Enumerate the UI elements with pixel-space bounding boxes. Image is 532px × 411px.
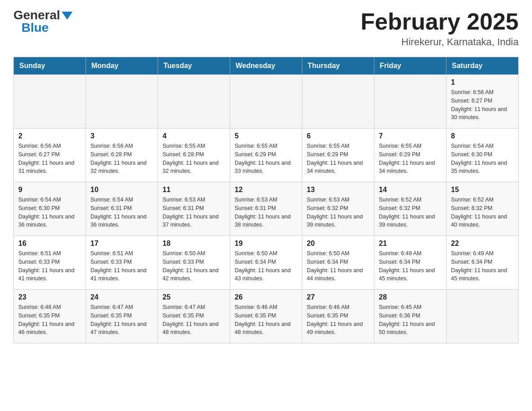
daylight-text: Daylight: 11 hours and 34 minutes. xyxy=(379,159,442,176)
calendar-day-cell: 8 Sunrise: 6:54 AM Sunset: 6:30 PM Dayli… xyxy=(446,128,519,182)
calendar-week-row: 1 Sunrise: 6:56 AM Sunset: 6:27 PM Dayli… xyxy=(14,75,519,128)
day-info: Sunrise: 6:55 AM Sunset: 6:29 PM Dayligh… xyxy=(379,142,442,176)
day-number: 23 xyxy=(18,293,81,301)
day-number: 28 xyxy=(379,293,442,301)
header-tuesday: Tuesday xyxy=(158,57,230,75)
sunrise-text: Sunrise: 6:56 AM xyxy=(451,88,514,97)
day-info: Sunrise: 6:56 AM Sunset: 6:28 PM Dayligh… xyxy=(90,142,153,176)
day-info: Sunrise: 6:49 AM Sunset: 6:34 PM Dayligh… xyxy=(451,249,514,283)
daylight-text: Daylight: 11 hours and 39 minutes. xyxy=(307,213,369,230)
sunrise-text: Sunrise: 6:50 AM xyxy=(307,249,369,258)
daylight-text: Daylight: 11 hours and 45 minutes. xyxy=(379,266,442,283)
sunrise-text: Sunrise: 6:51 AM xyxy=(90,249,153,258)
sunrise-text: Sunrise: 6:47 AM xyxy=(90,303,153,312)
sunset-text: Sunset: 6:30 PM xyxy=(451,150,514,159)
logo-general-text: General xyxy=(13,9,60,21)
calendar-day-cell: 18 Sunrise: 6:50 AM Sunset: 6:33 PM Dayl… xyxy=(158,236,230,290)
day-number: 1 xyxy=(451,78,514,86)
calendar-day-cell: 5 Sunrise: 6:55 AM Sunset: 6:29 PM Dayli… xyxy=(230,128,302,182)
calendar-day-cell: 26 Sunrise: 6:46 AM Sunset: 6:35 PM Dayl… xyxy=(230,290,302,343)
sunrise-text: Sunrise: 6:55 AM xyxy=(235,142,297,150)
sunrise-text: Sunrise: 6:45 AM xyxy=(379,303,442,312)
sunset-text: Sunset: 6:29 PM xyxy=(307,150,369,159)
day-number: 14 xyxy=(379,186,442,194)
day-number: 12 xyxy=(235,186,297,194)
sunset-text: Sunset: 6:35 PM xyxy=(235,312,297,320)
sunset-text: Sunset: 6:27 PM xyxy=(18,150,81,159)
sunrise-text: Sunrise: 6:52 AM xyxy=(379,196,442,204)
calendar-day-cell: 16 Sunrise: 6:51 AM Sunset: 6:33 PM Dayl… xyxy=(14,236,86,290)
day-number: 10 xyxy=(90,186,153,194)
sunrise-text: Sunrise: 6:46 AM xyxy=(235,303,297,312)
sunset-text: Sunset: 6:31 PM xyxy=(90,204,153,213)
header-friday: Friday xyxy=(374,57,446,75)
sunset-text: Sunset: 6:34 PM xyxy=(379,258,442,266)
day-info: Sunrise: 6:47 AM Sunset: 6:35 PM Dayligh… xyxy=(163,303,225,337)
calendar-day-cell: 9 Sunrise: 6:54 AM Sunset: 6:30 PM Dayli… xyxy=(14,182,86,236)
day-info: Sunrise: 6:51 AM Sunset: 6:33 PM Dayligh… xyxy=(18,249,81,283)
month-title: February 2025 xyxy=(360,9,519,34)
sunrise-text: Sunrise: 6:55 AM xyxy=(163,142,225,150)
sunset-text: Sunset: 6:35 PM xyxy=(90,312,153,320)
sunrise-text: Sunrise: 6:54 AM xyxy=(451,142,514,150)
sunset-text: Sunset: 6:33 PM xyxy=(163,258,225,266)
header-sunday: Sunday xyxy=(14,57,86,75)
day-info: Sunrise: 6:54 AM Sunset: 6:30 PM Dayligh… xyxy=(18,196,81,229)
day-info: Sunrise: 6:53 AM Sunset: 6:31 PM Dayligh… xyxy=(235,196,297,229)
sunrise-text: Sunrise: 6:48 AM xyxy=(18,303,81,312)
sunrise-text: Sunrise: 6:56 AM xyxy=(18,142,81,150)
day-info: Sunrise: 6:50 AM Sunset: 6:33 PM Dayligh… xyxy=(163,249,225,283)
daylight-text: Daylight: 11 hours and 45 minutes. xyxy=(451,266,514,283)
calendar-day-cell: 13 Sunrise: 6:53 AM Sunset: 6:32 PM Dayl… xyxy=(302,182,374,236)
daylight-text: Daylight: 11 hours and 43 minutes. xyxy=(235,266,297,283)
calendar-day-cell: 27 Sunrise: 6:46 AM Sunset: 6:35 PM Dayl… xyxy=(302,290,374,343)
daylight-text: Daylight: 11 hours and 32 minutes. xyxy=(163,159,225,176)
calendar-day-cell: 24 Sunrise: 6:47 AM Sunset: 6:35 PM Dayl… xyxy=(86,290,158,343)
day-info: Sunrise: 6:55 AM Sunset: 6:28 PM Dayligh… xyxy=(163,142,225,176)
header-thursday: Thursday xyxy=(302,57,374,75)
daylight-text: Daylight: 11 hours and 33 minutes. xyxy=(235,159,297,176)
day-number: 20 xyxy=(307,240,369,248)
calendar-day-cell: 3 Sunrise: 6:56 AM Sunset: 6:28 PM Dayli… xyxy=(86,128,158,182)
daylight-text: Daylight: 11 hours and 36 minutes. xyxy=(90,213,153,230)
sunrise-text: Sunrise: 6:55 AM xyxy=(379,142,442,150)
title-block: February 2025 Hirekerur, Karnataka, Indi… xyxy=(360,9,519,48)
day-number: 27 xyxy=(307,293,369,301)
calendar-day-cell: 12 Sunrise: 6:53 AM Sunset: 6:31 PM Dayl… xyxy=(230,182,302,236)
calendar-week-row: 23 Sunrise: 6:48 AM Sunset: 6:35 PM Dayl… xyxy=(14,290,519,343)
day-number: 3 xyxy=(90,132,153,140)
calendar-week-row: 16 Sunrise: 6:51 AM Sunset: 6:33 PM Dayl… xyxy=(14,236,519,290)
header-wednesday: Wednesday xyxy=(230,57,302,75)
page-header: General Blue February 2025 Hirekerur, Ka… xyxy=(13,9,519,48)
sunset-text: Sunset: 6:28 PM xyxy=(90,150,153,159)
day-number: 13 xyxy=(307,186,369,194)
calendar-day-cell xyxy=(14,75,86,128)
day-number: 9 xyxy=(18,186,81,194)
sunset-text: Sunset: 6:32 PM xyxy=(307,204,369,213)
day-info: Sunrise: 6:49 AM Sunset: 6:34 PM Dayligh… xyxy=(379,249,442,283)
day-info: Sunrise: 6:50 AM Sunset: 6:34 PM Dayligh… xyxy=(307,249,369,283)
calendar-day-cell: 19 Sunrise: 6:50 AM Sunset: 6:34 PM Dayl… xyxy=(230,236,302,290)
day-info: Sunrise: 6:46 AM Sunset: 6:35 PM Dayligh… xyxy=(307,303,369,337)
sunset-text: Sunset: 6:31 PM xyxy=(235,204,297,213)
sunset-text: Sunset: 6:29 PM xyxy=(379,150,442,159)
daylight-text: Daylight: 11 hours and 48 minutes. xyxy=(235,320,297,337)
location-title: Hirekerur, Karnataka, India xyxy=(360,36,519,48)
day-info: Sunrise: 6:53 AM Sunset: 6:32 PM Dayligh… xyxy=(307,196,369,229)
daylight-text: Daylight: 11 hours and 41 minutes. xyxy=(90,266,153,283)
sunrise-text: Sunrise: 6:53 AM xyxy=(307,196,369,204)
calendar-day-cell: 2 Sunrise: 6:56 AM Sunset: 6:27 PM Dayli… xyxy=(14,128,86,182)
daylight-text: Daylight: 11 hours and 41 minutes. xyxy=(18,266,81,283)
sunrise-text: Sunrise: 6:47 AM xyxy=(163,303,225,312)
day-info: Sunrise: 6:55 AM Sunset: 6:29 PM Dayligh… xyxy=(307,142,369,176)
sunset-text: Sunset: 6:28 PM xyxy=(163,150,225,159)
logo: General Blue xyxy=(13,9,73,34)
day-number: 16 xyxy=(18,240,81,248)
day-number: 7 xyxy=(379,132,442,140)
sunrise-text: Sunrise: 6:55 AM xyxy=(307,142,369,150)
calendar-day-cell xyxy=(374,75,446,128)
weekday-header-row: Sunday Monday Tuesday Wednesday Thursday… xyxy=(14,57,519,75)
calendar-day-cell: 17 Sunrise: 6:51 AM Sunset: 6:33 PM Dayl… xyxy=(86,236,158,290)
sunrise-text: Sunrise: 6:50 AM xyxy=(163,249,225,258)
day-info: Sunrise: 6:47 AM Sunset: 6:35 PM Dayligh… xyxy=(90,303,153,337)
